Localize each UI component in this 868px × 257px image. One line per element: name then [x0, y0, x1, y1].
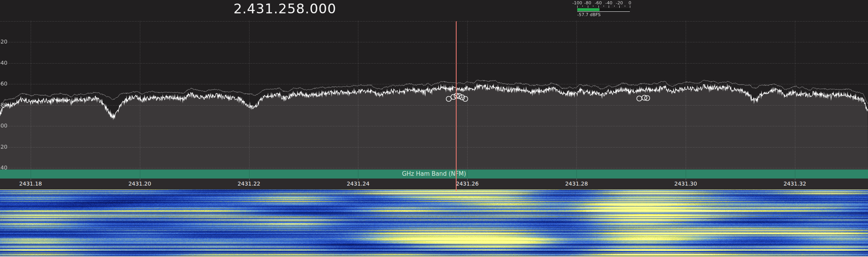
signal-meter-scale	[566, 0, 639, 19]
tuning-marker[interactable]	[456, 21, 457, 191]
frequency-axis-tick	[686, 179, 686, 180]
frequency-axis-label: 2431.32	[775, 180, 815, 187]
frequency-axis-tick	[576, 179, 577, 180]
frequency-display[interactable]: 2.431.258.000	[167, 1, 403, 16]
frequency-axis-tick	[31, 179, 31, 180]
frequency-axis-tick	[467, 179, 468, 180]
band-bar-gridline	[576, 170, 577, 179]
band-bar-gridline	[31, 170, 31, 179]
frequency-axis-label: 2431.18	[11, 180, 50, 187]
band-bar-gridline	[686, 170, 686, 179]
frequency-axis[interactable]: 2431.182431.202431.222431.242431.262431.…	[0, 179, 868, 190]
spectrum-plot[interactable]	[0, 0, 868, 170]
band-plan-label: GHz Ham Band (NFM)	[0, 170, 868, 179]
frequency-axis-label: 2431.24	[338, 180, 378, 187]
band-bar-gridline	[795, 170, 795, 179]
band-bar-gridline	[467, 170, 468, 179]
frequency-axis-tick	[140, 179, 140, 180]
frequency-axis-label: 2431.30	[666, 180, 705, 187]
band-bar-gridline	[358, 170, 358, 179]
frequency-axis-label: 2431.20	[120, 180, 160, 187]
sdr-main-window: 2.431.258.000 -57.7 dBFS -20-40-60-80-10…	[0, 0, 868, 257]
band-plan-bar[interactable]: GHz Ham Band (NFM)	[0, 170, 868, 179]
band-bar-gridline	[249, 170, 250, 179]
frequency-axis-label: 2431.28	[557, 180, 596, 187]
band-bar-gridline	[140, 170, 140, 179]
signal-meter-readout: -57.7 dBFS	[577, 12, 601, 17]
frequency-axis-tick	[358, 179, 358, 180]
frequency-axis-tick	[795, 179, 795, 180]
signal-strength-meter: -57.7 dBFS	[566, 0, 639, 19]
frequency-axis-label: 2431.22	[229, 180, 269, 187]
frequency-axis-tick	[249, 179, 250, 180]
waterfall-display[interactable]	[0, 190, 868, 257]
frequency-axis-label: 2431.26	[448, 180, 487, 187]
